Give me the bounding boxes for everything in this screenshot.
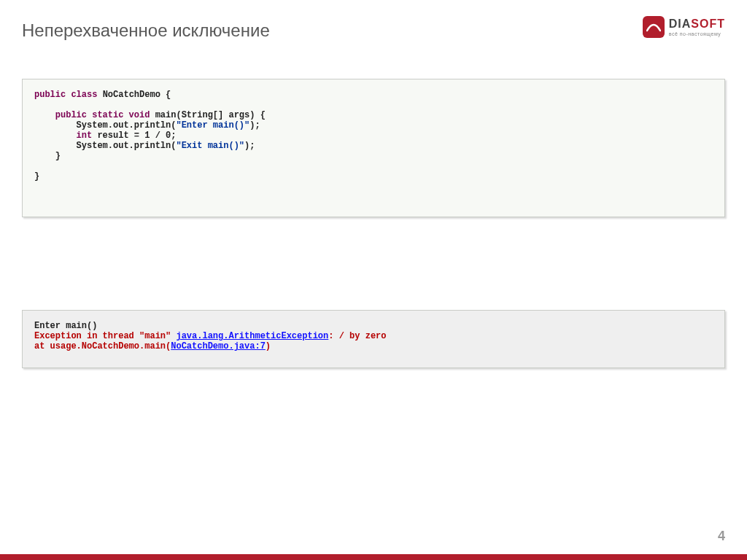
console-error: Exception in thread "main" bbox=[34, 331, 176, 341]
code-token: result = bbox=[92, 131, 144, 141]
page-number: 4 bbox=[718, 529, 725, 544]
logo-name: DIASOFT bbox=[669, 18, 725, 30]
logo-text: DIASOFT всё по-настоящему bbox=[669, 18, 725, 36]
code-token: NoCatchDemo { bbox=[97, 90, 171, 100]
console-line: Enter main() bbox=[34, 321, 97, 331]
brand-logo: DIASOFT всё по-настоящему bbox=[643, 16, 725, 38]
code-token: System.out.println( bbox=[34, 120, 176, 131]
code-block: public class NoCatchDemo { public static… bbox=[22, 79, 725, 217]
console-exception-class: java.lang.ArithmeticException bbox=[176, 331, 328, 341]
code-token: int bbox=[34, 131, 92, 141]
slide-title: Неперехваченное исключение bbox=[22, 20, 270, 41]
code-token: ); bbox=[244, 141, 255, 151]
logo-name-soft: SOFT bbox=[691, 18, 725, 30]
code-token: public static void bbox=[34, 110, 150, 120]
code-token: } bbox=[34, 151, 61, 161]
logo-name-dia: DIA bbox=[669, 18, 692, 30]
code-token: / bbox=[150, 131, 166, 141]
code-token: public bbox=[34, 90, 66, 100]
console-block: Enter main() Exception in thread "main" … bbox=[22, 310, 725, 368]
console-error: : / by zero bbox=[328, 331, 386, 341]
code-token: System.out.println( bbox=[34, 141, 176, 151]
console-source-link: NoCatchDemo.java:7 bbox=[171, 341, 266, 351]
code-token: main(String[] args) { bbox=[150, 110, 265, 120]
console-error: ) bbox=[266, 341, 271, 351]
code-token: class bbox=[66, 90, 97, 100]
code-token: ; bbox=[171, 131, 176, 141]
footer-bar bbox=[0, 554, 747, 560]
logo-mark-icon bbox=[643, 16, 665, 38]
code-token: ); bbox=[249, 120, 260, 131]
console-error: at usage.NoCatchDemo.main( bbox=[34, 341, 171, 351]
code-string: "Enter main()" bbox=[176, 120, 249, 131]
code-string: "Exit main()" bbox=[176, 141, 244, 151]
logo-tagline: всё по-настоящему bbox=[669, 31, 725, 36]
code-token: } bbox=[34, 171, 39, 182]
